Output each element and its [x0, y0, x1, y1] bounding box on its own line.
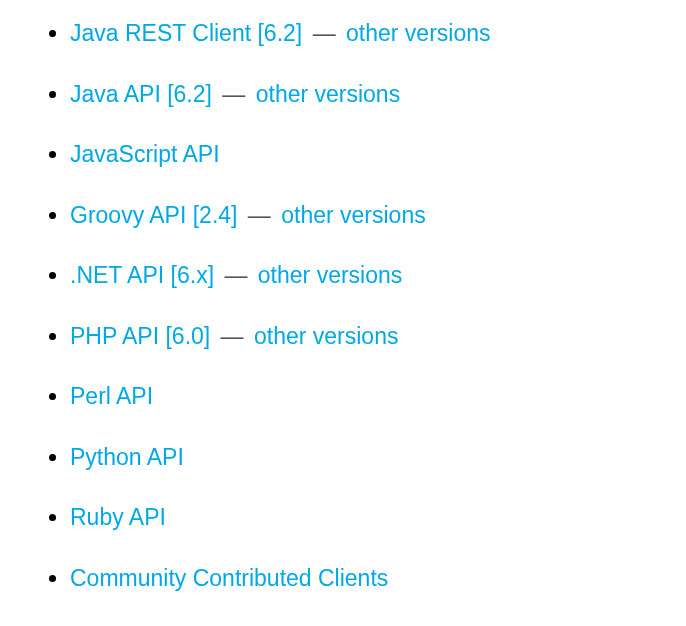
other-versions-link[interactable]: other versions — [254, 323, 398, 349]
other-versions-link[interactable]: other versions — [256, 81, 400, 107]
api-link[interactable]: Java REST Client [6.2] — [70, 20, 302, 46]
api-link[interactable]: Groovy API [2.4] — [70, 202, 237, 228]
api-link[interactable]: JavaScript API — [70, 141, 220, 167]
list-item: .NET API [6.x] — other versions — [70, 258, 656, 293]
list-item: Python API — [70, 440, 656, 475]
separator: — — [224, 262, 247, 288]
other-versions-link[interactable]: other versions — [258, 262, 402, 288]
api-link[interactable]: Java API [6.2] — [70, 81, 212, 107]
api-link[interactable]: Python API — [70, 444, 184, 470]
list-item: JavaScript API — [70, 137, 656, 172]
list-item: Java API [6.2] — other versions — [70, 77, 656, 112]
api-client-list: Java REST Client [6.2] — other versionsJ… — [30, 16, 656, 595]
api-link[interactable]: Perl API — [70, 383, 153, 409]
other-versions-link[interactable]: other versions — [281, 202, 425, 228]
list-item: PHP API [6.0] — other versions — [70, 319, 656, 354]
list-item: Perl API — [70, 379, 656, 414]
api-link[interactable]: Community Contributed Clients — [70, 565, 388, 591]
separator: — — [221, 323, 244, 349]
other-versions-link[interactable]: other versions — [346, 20, 490, 46]
api-link[interactable]: PHP API [6.0] — [70, 323, 210, 349]
list-item: Groovy API [2.4] — other versions — [70, 198, 656, 233]
list-item: Java REST Client [6.2] — other versions — [70, 16, 656, 51]
separator: — — [248, 202, 271, 228]
api-link[interactable]: Ruby API — [70, 504, 166, 530]
separator: — — [222, 81, 245, 107]
list-item: Ruby API — [70, 500, 656, 535]
list-item: Community Contributed Clients — [70, 561, 656, 596]
api-link[interactable]: .NET API [6.x] — [70, 262, 214, 288]
separator: — — [313, 20, 336, 46]
